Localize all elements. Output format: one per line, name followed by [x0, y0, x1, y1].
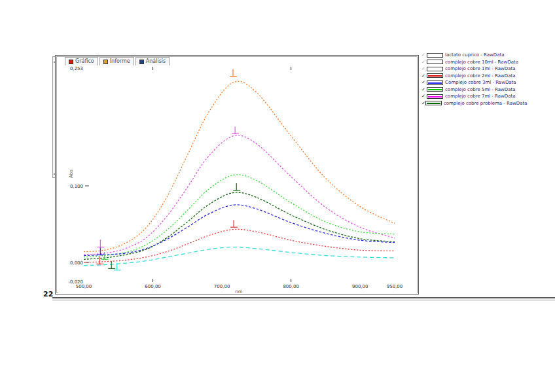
footer-rule-top: [52, 297, 555, 298]
series-curve: [84, 229, 395, 262]
legend-label: lactato cuprico - RawData: [445, 52, 504, 58]
x-tick-label: 900,00: [348, 284, 372, 289]
tab-label: Gráfico: [75, 58, 94, 65]
legend-row[interactable]: ✓complejo cobre problema - RawData: [421, 100, 526, 107]
series-curve: [84, 175, 395, 257]
tab-label: Informe: [110, 58, 130, 65]
tab-chart-icon: [69, 60, 73, 64]
x-tick-label: 950,00: [383, 284, 406, 289]
tab-3[interactable]: Análisis: [135, 57, 170, 65]
legend-label: complejo cobre problema - RawData: [444, 101, 528, 106]
series-curve: [84, 135, 395, 255]
legend-color-swatch: [427, 73, 443, 78]
legend-color-swatch: [427, 53, 443, 58]
legend-label: Complejo cobre 3ml - RawData: [445, 80, 516, 85]
spectra-plot: [58, 65, 417, 294]
x-tick-label: 500,00: [72, 284, 96, 289]
legend-visibility-checkbox[interactable]: ✓: [421, 66, 427, 71]
legend-label: complejo cobre 7ml - RawData: [445, 94, 516, 99]
legend-color-swatch: [425, 101, 442, 105]
legend-row[interactable]: ✓complejo cobre 10ml - RawData: [421, 59, 526, 66]
footer-rule-bottom: [52, 300, 555, 300]
legend-row[interactable]: ✓complejo cobre 7ml - RawData: [421, 93, 526, 100]
legend-label: complejo cobre 2ml - RawData: [445, 73, 516, 79]
series-curve: [84, 205, 395, 256]
legend-color-swatch: [427, 67, 443, 71]
tab-1[interactable]: Gráfico: [65, 57, 98, 65]
legend-row[interactable]: ✓complejo cobre 5ml - RawData: [421, 86, 526, 94]
legend-row[interactable]: ✓complejo cobre 2ml - RawData: [421, 73, 526, 80]
legend-visibility-checkbox[interactable]: ✓: [421, 80, 427, 85]
legend-color-swatch: [427, 94, 443, 99]
series-curve: [84, 81, 395, 251]
tab-chart-icon: [103, 60, 108, 64]
series-curve: [84, 247, 395, 266]
legend-row[interactable]: ✓lactato cuprico - RawData: [421, 52, 526, 59]
trace-legend: ✓lactato cuprico - RawData✓complejo cobr…: [421, 52, 526, 107]
x-tick-label: 800,00: [279, 284, 303, 289]
legend-label: complejo cobre 10ml - RawData: [445, 60, 518, 65]
legend-color-swatch: [427, 87, 443, 92]
legend-row[interactable]: ✓Complejo cobre 3ml - RawData: [421, 79, 526, 86]
legend-visibility-checkbox[interactable]: ✓: [421, 73, 427, 79]
y-tick-label: 0,000: [61, 260, 83, 266]
tab-bar: GráficoInformeAnálisis: [57, 57, 417, 65]
tab-2[interactable]: Informe: [99, 57, 134, 65]
chart-window: GráficoInformeAnálisis Abs nm 0,2530,100…: [55, 55, 419, 294]
x-tick-label: 600,00: [141, 284, 165, 289]
chart-window-frame: GráficoInformeAnálisis Abs nm 0,2530,100…: [56, 56, 418, 293]
chart-area: Abs nm 0,2530,1000,000-0,020500,00600,00…: [58, 65, 417, 294]
y-axis-title: Abs: [69, 169, 74, 178]
tab-chart-icon: [139, 60, 144, 64]
legend-visibility-checkbox[interactable]: ✓: [421, 94, 427, 99]
legend-visibility-checkbox[interactable]: ✓: [421, 87, 427, 92]
x-tick-label: 700,00: [210, 284, 234, 289]
legend-visibility-checkbox[interactable]: ✓: [421, 60, 427, 65]
y-tick-label: 0,253: [61, 66, 83, 71]
legend-color-swatch: [427, 60, 443, 64]
tab-label: Análisis: [146, 58, 166, 65]
y-tick-label: 0,100: [61, 184, 83, 189]
legend-visibility-checkbox[interactable]: ✓: [421, 52, 427, 58]
legend-label: complejo cobre 1ml - RawData: [445, 66, 516, 71]
legend-label: complejo cobre 5ml - RawData: [445, 87, 516, 92]
legend-row[interactable]: ✓complejo cobre 1ml - RawData: [421, 65, 526, 73]
legend-color-swatch: [427, 80, 443, 85]
x-axis-title: nm: [226, 289, 252, 294]
